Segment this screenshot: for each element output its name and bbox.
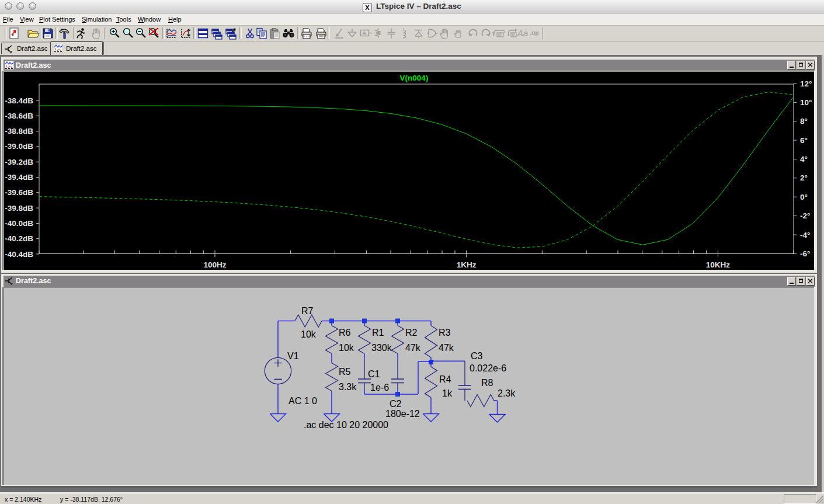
- svg-text:V1: V1: [287, 350, 299, 360]
- svg-text:10k: 10k: [301, 329, 317, 339]
- svg-text:-40.2dB: -40.2dB: [5, 234, 33, 243]
- svg-text:-38.6dB: -38.6dB: [5, 112, 33, 120]
- svg-text:R5: R5: [339, 366, 351, 376]
- svg-text:8°: 8°: [800, 117, 808, 126]
- svg-text:4°: 4°: [800, 155, 808, 164]
- svg-text:-6°: -6°: [800, 249, 810, 258]
- svg-text:47k: 47k: [405, 342, 421, 352]
- svg-text:V(n004): V(n004): [399, 74, 428, 82]
- svg-text:-39.2dB: -39.2dB: [5, 158, 33, 166]
- svg-text:-39.0dB: -39.0dB: [5, 142, 33, 151]
- svg-text:10k: 10k: [339, 342, 354, 352]
- svg-text:1k: 1k: [442, 388, 453, 398]
- svg-text:.op: .op: [530, 29, 539, 36]
- svg-text:R8: R8: [481, 377, 493, 387]
- svg-text:-39.8dB: -39.8dB: [5, 204, 33, 213]
- svg-text:R2: R2: [405, 327, 418, 337]
- svg-text:-39.4dB: -39.4dB: [5, 173, 33, 182]
- svg-text:R3: R3: [439, 327, 451, 337]
- svg-text:AC 1 0: AC 1 0: [288, 395, 317, 405]
- svg-text:R1: R1: [372, 327, 384, 337]
- svg-text:330k: 330k: [371, 342, 392, 352]
- svg-text:-2°: -2°: [800, 211, 810, 220]
- svg-text:-39.6dB: -39.6dB: [5, 188, 33, 197]
- svg-text:R4: R4: [439, 374, 451, 384]
- svg-text:-38.4dB: -38.4dB: [5, 96, 33, 105]
- svg-text:-4°: -4°: [800, 231, 810, 239]
- svg-text:47k: 47k: [439, 342, 454, 352]
- svg-text:12°: 12°: [800, 79, 812, 88]
- svg-text:3.3k: 3.3k: [339, 381, 357, 391]
- svg-text:A: A: [363, 30, 367, 36]
- svg-text:R7: R7: [301, 305, 314, 315]
- svg-text:C1: C1: [368, 369, 380, 378]
- svg-text:C3: C3: [471, 350, 483, 360]
- svg-text:.ac dec 10 20 20000: .ac dec 10 20 20000: [304, 419, 388, 429]
- svg-text:180e-12: 180e-12: [385, 408, 420, 418]
- svg-text:0.022e-6: 0.022e-6: [470, 363, 506, 373]
- svg-text:0°: 0°: [800, 193, 808, 201]
- svg-text:-38.8dB: -38.8dB: [5, 127, 33, 135]
- svg-text:-40.0dB: -40.0dB: [5, 219, 33, 228]
- svg-text:10KHz: 10KHz: [705, 260, 730, 269]
- svg-text:6°: 6°: [800, 136, 808, 145]
- svg-text:Aa: Aa: [517, 28, 528, 38]
- svg-text:100Hz: 100Hz: [203, 260, 226, 269]
- svg-text:2°: 2°: [800, 173, 808, 182]
- svg-text:1KHz: 1KHz: [456, 260, 476, 269]
- svg-text:R6: R6: [339, 327, 351, 337]
- svg-text:10°: 10°: [800, 98, 812, 107]
- svg-text:2.3k: 2.3k: [498, 388, 516, 398]
- svg-text:-40.4dB: -40.4dB: [5, 250, 33, 259]
- svg-text:C2: C2: [390, 398, 402, 408]
- svg-text:1e-6: 1e-6: [370, 382, 389, 392]
